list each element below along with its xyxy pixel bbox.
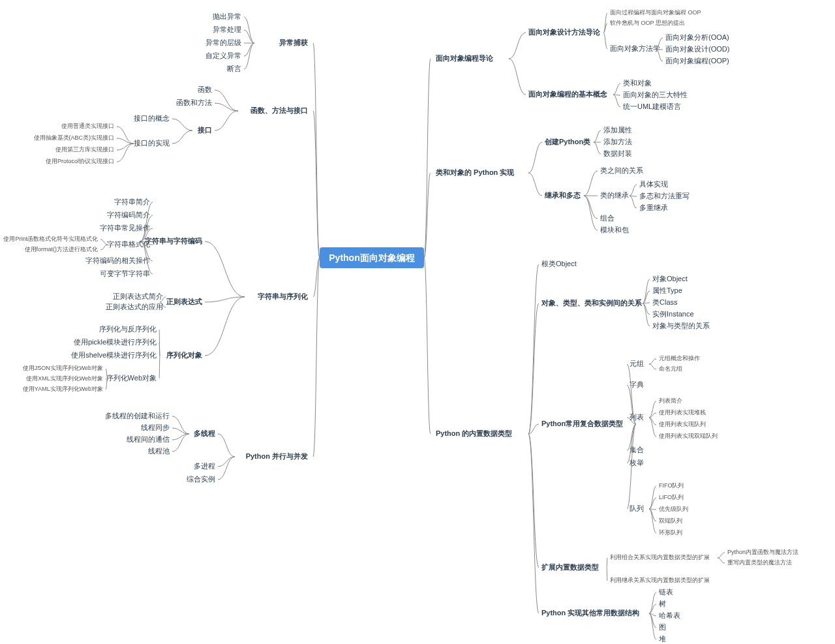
leaf: 线程池: [148, 447, 170, 455]
leaf: 抛出异常: [213, 12, 241, 20]
leaf: 断言: [227, 65, 241, 72]
node: 类的继承: [600, 191, 629, 199]
leaf: 数据封装: [603, 149, 632, 157]
node: 函数: [198, 85, 212, 93]
node: 继承和多态: [544, 191, 581, 199]
node: 类之间的关系: [600, 166, 643, 174]
leaf: 对象与类型的关系: [652, 322, 710, 330]
leaf: 使用JSON实现序列化Web对象: [23, 365, 103, 371]
node: Python常用复合数据类型: [541, 420, 623, 427]
leaf: 使用YAML实现序列化Web对象: [23, 386, 103, 392]
node: 创建Python类: [544, 138, 590, 146]
leaf: 异常处理: [213, 25, 241, 33]
node: 字典: [630, 380, 644, 388]
node: 序列化与反序列化: [99, 325, 157, 333]
leaf: 自定义异常: [205, 52, 241, 59]
leaf: 使用第三方库实现接口: [55, 146, 114, 153]
leaf: 对象Object: [652, 275, 688, 283]
mindmap-canvas: Python面向对象编程异常捕获函数、方法与接口字符串与序列化Python 并行…: [0, 0, 835, 644]
leaf: 异常的层级: [205, 38, 241, 46]
leaf: 统一UML建模语言: [623, 102, 681, 110]
leaf: 属性Type: [652, 286, 682, 294]
leaf: 使用列表实现堆栈: [659, 409, 706, 416]
leaf: 多态和方法重写: [639, 192, 690, 200]
leaf: 面向对象编程(OOP): [665, 57, 729, 65]
leaf: 面向对象设计(OOD): [665, 45, 729, 53]
leaf: 实例Instance: [652, 310, 694, 318]
leaf: 优先级队列: [659, 506, 688, 512]
leaf: 命名元组: [659, 365, 682, 372]
node: 可变字节字符串: [100, 269, 150, 277]
node: 对象、类型、类和实例间的关系: [541, 299, 643, 307]
node: 字符串与字符编码: [145, 237, 202, 245]
leaf: 链表: [658, 588, 673, 596]
node: 接口: [197, 126, 212, 134]
node: 多进程: [194, 462, 215, 470]
node: Python 实现其他常用数据结构: [541, 609, 639, 617]
leaf: 哈希表: [659, 611, 680, 619]
leaf: 元组概念和操作: [659, 355, 700, 361]
left-branch: 函数、方法与接口: [250, 106, 308, 114]
node: 字符串常见操作: [100, 224, 150, 232]
left-branch: 字符串与序列化: [258, 292, 309, 300]
leaf: 面向对象的三大特性: [623, 91, 688, 99]
node: 软件危机与 OOP 思想的提出: [610, 20, 685, 26]
leaf: 图: [659, 623, 666, 631]
right-branch: Python 的内置数据类型: [436, 429, 512, 437]
node: 接口的实现: [134, 139, 170, 147]
leaf: 线程间的通信: [127, 435, 170, 443]
node: 面向过程编程与面向对象编程 OOP: [610, 9, 701, 16]
node: 多线程: [194, 429, 215, 437]
leaf: 使用列表实现队列: [659, 421, 706, 427]
node: 列表: [630, 413, 644, 421]
node: 字符编码简介: [107, 211, 150, 219]
node: 字符串简介: [114, 198, 150, 206]
leaf: 使用Print函数格式化符号实现格式化: [3, 236, 98, 242]
leaf: 使用format()方法进行格式化: [25, 246, 99, 253]
node: 序列化对象: [166, 351, 202, 359]
node: 集合: [630, 446, 644, 453]
node: 面向对象方法学: [610, 44, 660, 52]
leaf: FIFO队列: [659, 482, 684, 489]
node: 综合实例: [187, 475, 215, 483]
leaf: 使用列表实现双端队列: [659, 433, 718, 439]
node: 利用继承关系实现内置数据类型的扩展: [610, 577, 710, 583]
node: 组合: [600, 214, 615, 222]
node: 模块和包: [600, 226, 629, 234]
node: 元组: [630, 360, 644, 367]
node: 使用pickle模块进行序列化: [74, 338, 157, 346]
leaf: 重写内置类型的魔法方法: [727, 559, 792, 566]
leaf: 类Class: [652, 298, 678, 306]
leaf: 使用XML实现序列化Web对象: [26, 375, 103, 382]
leaf: 线程同步: [141, 423, 170, 431]
leaf: 添加属性: [603, 126, 632, 134]
leaf: 正则表达式的应用: [106, 303, 163, 311]
node: 接口的概念: [134, 114, 170, 122]
root-label: Python面向对象编程: [329, 253, 414, 263]
node: 函数和方法: [176, 99, 212, 106]
leaf: Python内置函数与魔法方法: [727, 549, 798, 555]
left-branch: Python 并行与并发: [246, 452, 308, 460]
leaf: 多重继承: [639, 204, 668, 211]
leaf: 列表简介: [659, 397, 682, 404]
leaf: 添加方法: [603, 138, 632, 146]
left-branch: 异常捕获: [279, 38, 308, 46]
leaf: 使用抽象基类(ABC类)实现接口: [34, 134, 115, 141]
node: 字符编码的相关操作: [85, 256, 150, 264]
leaf: 使用Protocol协议实现接口: [46, 158, 114, 164]
node: 面向对象设计方法导论: [528, 28, 601, 36]
leaf: 树: [659, 600, 666, 607]
node: 序列化Web对象: [106, 374, 157, 382]
node: 根类Object: [541, 260, 577, 268]
leaf: 类和对象: [623, 79, 652, 87]
leaf: 具体实现: [639, 180, 668, 188]
leaf: 环形队列: [659, 529, 682, 536]
leaf: LIFO队列: [659, 494, 684, 500]
leaf: 面向对象分析(OOA): [665, 33, 729, 41]
node: 面向对象编程的基本概念: [528, 90, 608, 98]
leaf: 正则表达式简介: [113, 292, 163, 300]
right-branch: 类和对象的 Python 实现: [435, 168, 515, 176]
node: 正则表达式: [166, 298, 202, 305]
right-branch: 面向对象编程导论: [435, 54, 494, 62]
node: 使用shelve模块进行序列化: [71, 351, 157, 359]
